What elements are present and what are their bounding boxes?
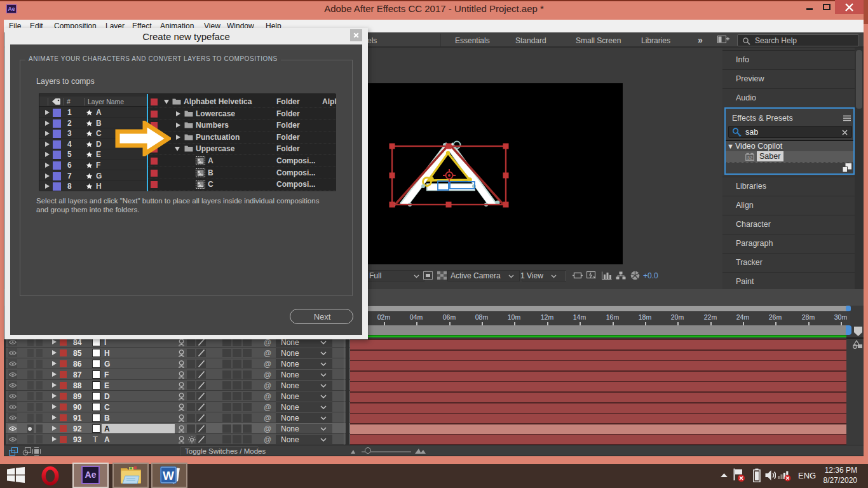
svg-text:32: 32 (747, 155, 752, 161)
svg-text:W: W (163, 469, 174, 482)
